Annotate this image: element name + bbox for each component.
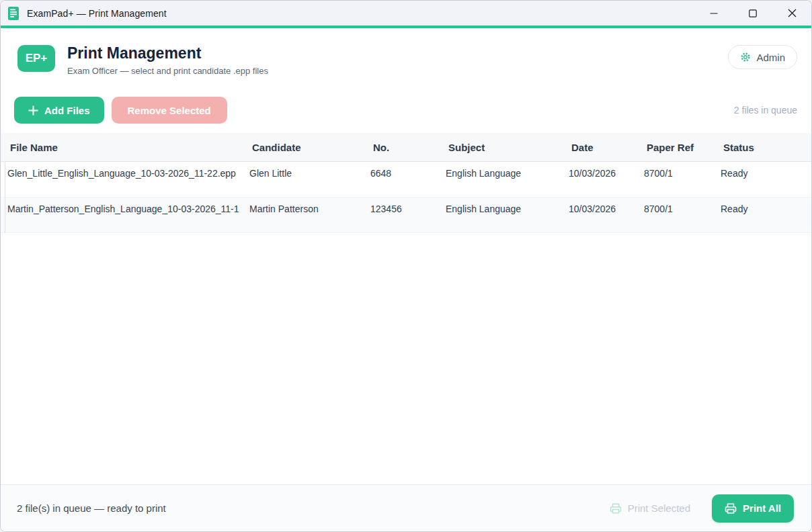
admin-button-label: Admin	[756, 52, 785, 63]
column-header-file-name: File Name	[1, 142, 243, 153]
add-files-button[interactable]: Add Files	[14, 97, 104, 124]
column-header-paper-ref: Paper Ref	[637, 142, 714, 153]
cell-no: 6648	[364, 162, 439, 197]
add-files-label: Add Files	[44, 105, 90, 116]
app-badge: EP+	[17, 45, 55, 72]
table-row[interactable]: Martin_Patterson_English_Language_10-03-…	[1, 197, 811, 233]
window-title: ExamPad+ — Print Management	[27, 8, 167, 19]
cell-date: 10/03/2026	[562, 197, 637, 232]
cell-date: 10/03/2026	[562, 162, 637, 197]
column-header-date: Date	[562, 142, 637, 153]
column-header-candidate: Candidate	[243, 142, 364, 153]
maximize-icon	[749, 9, 757, 17]
minimize-icon	[710, 9, 718, 17]
close-icon	[788, 9, 797, 17]
column-header-no: No.	[364, 142, 439, 153]
cell-no: 123456	[364, 197, 439, 232]
cell-status: Ready	[714, 197, 811, 232]
maximize-button[interactable]	[733, 1, 772, 26]
table-header-row: File Name Candidate No. Subject Date Pap…	[1, 133, 811, 162]
app-logo-icon	[7, 6, 21, 21]
cell-subject: English Language	[439, 197, 562, 232]
admin-button[interactable]: Admin	[728, 45, 797, 69]
cell-file-name: Glen_Little_English_Language_10-03-2026_…	[1, 162, 243, 197]
printer-icon	[725, 502, 737, 515]
footer-bar: 2 file(s) in queue — ready to print Prin…	[1, 484, 811, 531]
toolbar: Add Files Remove Selected 2 files in que…	[1, 76, 811, 124]
printer-icon	[610, 502, 622, 515]
cell-paper-ref: 8700/1	[637, 197, 714, 232]
column-header-status: Status	[714, 142, 811, 153]
main-content: EP+ Print Management Exam Officer — sele…	[1, 28, 811, 484]
app-header: EP+ Print Management Exam Officer — sele…	[1, 28, 811, 76]
close-button[interactable]	[772, 1, 811, 26]
remove-selected-label: Remove Selected	[128, 105, 211, 116]
header-text: Print Management Exam Officer — select a…	[67, 45, 268, 76]
print-selected-button[interactable]: Print Selected	[600, 502, 700, 515]
queue-count-badge: 2 files in queue	[734, 105, 797, 116]
plus-icon	[28, 105, 38, 116]
files-table: File Name Candidate No. Subject Date Pap…	[1, 133, 811, 233]
titlebar: ExamPad+ — Print Management	[1, 1, 811, 26]
cell-status: Ready	[714, 162, 811, 197]
page-title: Print Management	[67, 45, 268, 62]
cell-file-name: Martin_Patterson_English_Language_10-03-…	[1, 197, 243, 232]
print-all-button[interactable]: Print All	[712, 494, 794, 523]
window-controls	[694, 1, 811, 26]
empty-area	[1, 233, 811, 484]
print-all-label: Print All	[743, 502, 781, 514]
table-row[interactable]: Glen_Little_English_Language_10-03-2026_…	[1, 162, 811, 197]
minimize-button[interactable]	[694, 1, 733, 26]
gear-icon	[740, 52, 751, 62]
print-selected-label: Print Selected	[628, 502, 690, 514]
remove-selected-button[interactable]: Remove Selected	[112, 97, 227, 124]
app-window: ExamPad+ — Print Management EP+ Print Ma…	[0, 0, 812, 532]
cell-paper-ref: 8700/1	[637, 162, 714, 197]
cell-subject: English Language	[439, 162, 562, 197]
page-subtitle: Exam Officer — select and print candidat…	[67, 66, 268, 76]
table-body: Glen_Little_English_Language_10-03-2026_…	[1, 162, 811, 233]
column-header-subject: Subject	[439, 142, 562, 153]
cell-candidate: Martin Patterson	[243, 197, 364, 232]
cell-candidate: Glen Little	[243, 162, 364, 197]
footer-status-text: 2 file(s) in queue — ready to print	[17, 502, 166, 514]
